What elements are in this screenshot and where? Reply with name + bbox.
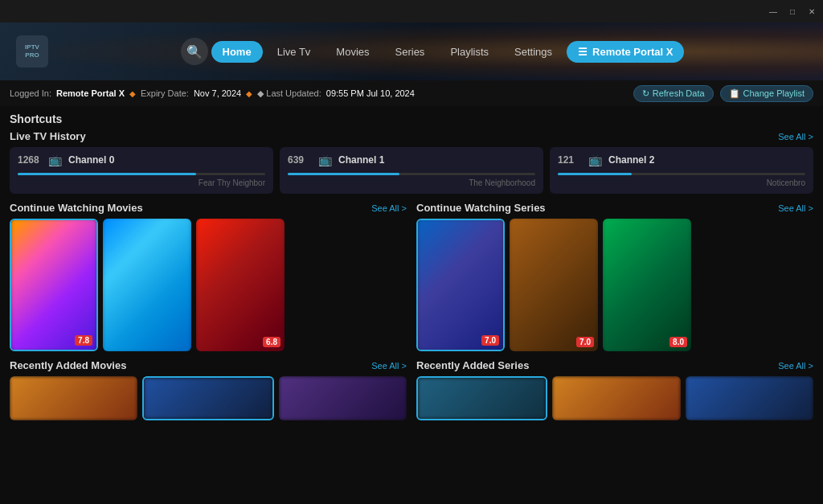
header: IPTVPRO 🔍 Home Live Tv Movies Series Pla… [0,23,823,80]
series-thumb-0 [416,219,505,351]
series-card-1[interactable]: 7.0 [510,219,598,351]
recently-series-row [416,376,813,420]
continue-watching-row: Continue Watching Movies See All > 7.8 6… [10,202,813,351]
movie-card-2[interactable]: 6.8 [196,219,285,351]
recently-movie-1[interactable] [142,376,273,420]
maximize-button[interactable]: □ [788,6,797,16]
channel-top-1: 639 📺 Channel 1 [288,154,535,166]
continue-series-header: Continue Watching Series See All > [416,202,813,214]
nav-item-movies[interactable]: Movies [325,41,380,63]
channel-progress-bar-0 [18,173,265,175]
channel-progress-fill-2 [558,173,632,175]
recently-series-header: Recently Added Series See All > [416,359,813,371]
recently-movie-0[interactable] [10,376,137,420]
channel-num-0: 1268 [18,154,42,166]
search-button[interactable]: 🔍 [181,38,208,65]
continue-series-title: Continue Watching Series [416,202,546,214]
channel-name-0: Channel 0 [68,154,114,166]
channel-name-2: Channel 2 [608,154,654,166]
channel-card-1[interactable]: 639 📺 Channel 1 The Neighborhood [280,147,543,194]
continue-series-section: Continue Watching Series See All > 7.0 7… [416,202,813,351]
minimize-button[interactable]: — [768,6,778,16]
recently-series-2[interactable] [686,376,813,420]
continue-series-row: 7.0 7.0 8.0 [416,219,813,351]
last-updated-label: ◆ Last Updated: [257,88,321,99]
series-rating-0: 7.0 [481,335,499,346]
channel-show-0: Fear Thy Neighbor [18,178,265,187]
expiry-label: Expiry Date: [141,88,189,98]
statusbar: Logged In: Remote Portal X ◆ Expiry Date… [0,80,823,106]
channel-progress-fill-0 [18,173,196,175]
nav-item-settings[interactable]: Settings [503,41,563,63]
recently-movies-title: Recently Added Movies [10,359,126,371]
channel-show-1: The Neighborhood [288,178,535,187]
live-tv-section-header: Live TV History See All > [10,130,813,142]
refresh-data-button[interactable]: ↻ Refresh Data [633,85,714,102]
channel-top-0: 1268 📺 Channel 0 [18,154,265,166]
recently-series-see-all[interactable]: See All > [778,361,813,371]
recently-series-thumb-1 [552,376,680,420]
channel-card-0[interactable]: 1268 📺 Channel 0 Fear Thy Neighbor [10,147,273,194]
movie-rating-0: 7.8 [75,335,92,346]
live-tv-row: 1268 📺 Channel 0 Fear Thy Neighbor 639 📺… [10,147,813,194]
dot-separator-1: ◆ [129,89,136,98]
channel-progress-bar-1 [288,173,535,175]
recently-series-1[interactable] [552,376,680,420]
nav-item-livetv[interactable]: Live Tv [266,41,322,63]
change-playlist-button[interactable]: 📋 Change Playlist [720,85,813,102]
nav-item-series[interactable]: Series [384,41,436,63]
portal-name: Remote Portal X [56,88,125,98]
logged-in-label: Logged In: [10,88,51,98]
live-tv-history-section: Live TV History See All > 1268 📺 Channel… [10,130,813,194]
remote-portal-button[interactable]: ☰ Remote Portal X [567,41,684,63]
channel-progress-bar-2 [558,173,805,175]
recently-added-row: Recently Added Movies See All > Recently… [10,359,813,420]
close-button[interactable]: ✕ [807,6,817,16]
channel-card-2[interactable]: 121 📺 Channel 2 Noticenbro [550,147,813,194]
main-nav: 🔍 Home Live Tv Movies Series Playlists S… [58,38,807,65]
change-playlist-label: Change Playlist [743,88,805,98]
nav-item-playlists[interactable]: Playlists [439,41,500,63]
continue-movies-header: Continue Watching Movies See All > [10,202,407,214]
recently-movies-header: Recently Added Movies See All > [10,359,407,371]
recently-movie-thumb-2 [279,376,407,420]
live-tv-see-all[interactable]: See All > [778,132,813,141]
recently-movie-thumb-0 [10,376,137,420]
remote-icon: ☰ [578,46,588,58]
recently-series-thumb-0 [418,378,546,419]
main-content: Shortcuts Live TV History See All > 1268… [0,106,823,504]
tv-icon-1: 📺 [318,154,332,166]
recently-series-section: Recently Added Series See All > [416,359,813,420]
recently-movies-see-all[interactable]: See All > [371,361,407,371]
channel-name-1: Channel 1 [338,154,384,166]
channel-num-1: 639 [288,154,312,166]
movie-card-1[interactable] [103,219,191,351]
series-card-2[interactable]: 8.0 [603,219,691,351]
movie-card-0[interactable]: 7.8 [10,219,98,351]
series-card-0[interactable]: 7.0 [416,219,505,351]
continue-movies-see-all[interactable]: See All > [371,203,407,213]
recently-movies-row [10,376,407,420]
series-rating-2: 8.0 [669,337,687,347]
remote-btn-label: Remote Portal X [592,46,673,58]
nav-item-home[interactable]: Home [211,41,263,63]
recently-series-0[interactable] [416,376,547,420]
refresh-label: Refresh Data [653,88,705,98]
recently-movie-2[interactable] [279,376,407,420]
channel-top-2: 121 📺 Channel 2 [558,154,805,166]
movie-thumb-1 [103,219,191,351]
continue-movies-section: Continue Watching Movies See All > 7.8 6… [10,202,407,351]
series-rating-1: 7.0 [576,337,594,347]
app-logo: IPTVPRO [16,35,48,68]
tv-icon-2: 📺 [588,154,602,166]
series-thumb-2 [603,219,691,351]
channel-num-2: 121 [558,154,582,166]
continue-movies-row: 7.8 6.8 [10,219,407,351]
last-updated-value: 09:55 PM Jul 10, 2024 [326,88,415,98]
continue-series-see-all[interactable]: See All > [778,203,813,213]
refresh-icon: ↻ [642,88,649,99]
channel-show-2: Noticenbro [558,178,805,187]
tv-icon-0: 📺 [48,154,62,166]
search-icon: 🔍 [186,44,203,59]
live-tv-title: Live TV History [10,130,86,142]
